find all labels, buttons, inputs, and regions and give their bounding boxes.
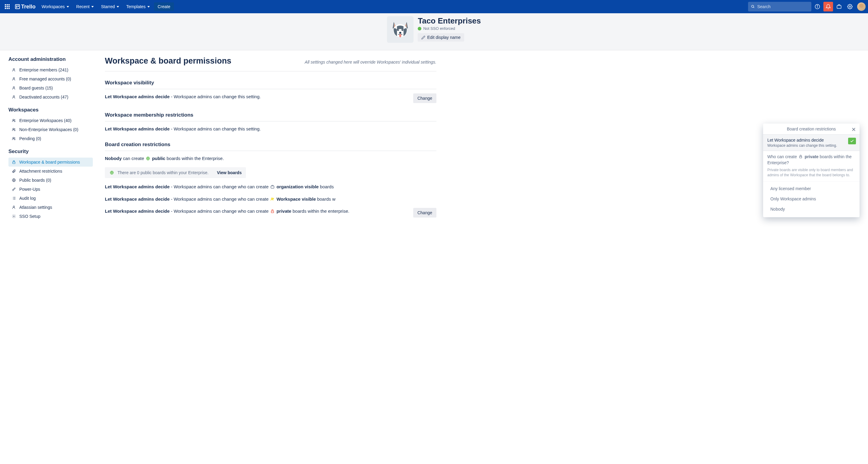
ws-visibility-heading: Workspace visibility <box>105 80 436 89</box>
sidebar-public-boards[interactable]: Public boards (0) <box>8 176 93 185</box>
svg-point-21 <box>399 32 401 33</box>
user-icon <box>11 86 16 90</box>
user-icon <box>11 95 16 99</box>
bc-org-line: Let Workspace admins decide - Workspace … <box>105 184 436 190</box>
svg-point-41 <box>13 206 15 207</box>
nav-templates[interactable]: Templates <box>123 2 153 11</box>
svg-point-47 <box>273 198 274 199</box>
sb-heading-account: Account administration <box>8 56 93 62</box>
check-icon <box>848 138 856 144</box>
svg-point-15 <box>849 6 851 7</box>
sidebar-powerups[interactable]: Power-Ups <box>8 185 93 194</box>
popover-option-selected[interactable]: Let Workspace admins decide Workspace ad… <box>763 135 860 151</box>
svg-point-13 <box>817 5 818 6</box>
change-private-button[interactable]: Change <box>413 208 436 218</box>
svg-point-46 <box>271 198 273 199</box>
rocket-icon <box>11 187 16 192</box>
globe-icon <box>418 27 421 30</box>
popover-opt-ws-admins[interactable]: Only Workspace admins <box>763 194 860 204</box>
svg-line-10 <box>753 7 754 8</box>
sidebar-non-enterprise-ws[interactable]: Non-Enterprise Workspaces (0) <box>8 125 93 134</box>
svg-point-42 <box>13 216 14 217</box>
briefcase-icon <box>270 185 275 189</box>
svg-point-30 <box>14 129 16 130</box>
sidebar-sso-setup[interactable]: SSO Setup <box>8 212 93 221</box>
users-icon <box>11 136 16 141</box>
svg-point-24 <box>13 78 15 79</box>
svg-rect-49 <box>800 156 802 158</box>
sidebar-board-guests[interactable]: Board guests (15) <box>8 84 93 93</box>
svg-point-31 <box>13 137 14 138</box>
svg-point-26 <box>13 95 15 97</box>
pencil-icon <box>421 36 425 39</box>
svg-point-23 <box>13 68 15 70</box>
edit-name-button[interactable]: Edit display name <box>418 33 464 41</box>
create-button[interactable]: Create <box>154 2 174 11</box>
user-icon <box>11 67 16 72</box>
ws-membership-heading: Workspace membership restrictions <box>105 112 436 121</box>
sso-status: Not SSO enforced <box>418 26 481 31</box>
briefcase-icon[interactable] <box>834 2 844 11</box>
svg-point-20 <box>402 30 403 30</box>
lock-icon <box>11 160 16 164</box>
users-icon <box>11 118 16 123</box>
notification-icon[interactable] <box>824 2 833 11</box>
nav-recent[interactable]: Recent <box>73 2 97 11</box>
chevron-down-icon <box>67 6 69 7</box>
sb-heading-workspaces: Workspaces <box>8 107 93 113</box>
sidebar-enterprise-ws[interactable]: Enterprise Workspaces (40) <box>8 116 93 125</box>
trello-logo[interactable]: Trello <box>13 4 37 10</box>
svg-point-19 <box>398 30 399 30</box>
apps-menu-icon[interactable] <box>2 2 12 11</box>
users-icon <box>270 197 275 201</box>
popover-header: Board creation restrictions ✕ <box>763 124 860 135</box>
svg-point-22 <box>399 34 401 37</box>
globe-icon <box>146 156 150 161</box>
svg-point-27 <box>13 119 14 121</box>
settings-icon[interactable] <box>845 2 855 11</box>
change-ws-visibility-button[interactable]: Change <box>413 93 436 103</box>
svg-rect-6 <box>5 8 6 9</box>
sidebar-ws-board-perms[interactable]: Workspace & board permissions <box>8 158 93 166</box>
nav-starred[interactable]: Starred <box>98 2 122 11</box>
info-icon[interactable] <box>812 2 822 11</box>
user-avatar[interactable] <box>857 2 866 11</box>
page-title: Workspace & board permissions <box>105 56 231 66</box>
brand-text: Trello <box>21 4 36 10</box>
svg-rect-48 <box>271 211 274 213</box>
svg-rect-3 <box>5 6 6 7</box>
gear-icon <box>11 214 16 219</box>
svg-rect-0 <box>5 4 6 5</box>
ws-visibility-text: Let Workspace admins decide - Workspace … <box>105 93 261 100</box>
sidebar-audit-log[interactable]: Audit log <box>8 194 93 203</box>
bc-wsv-line: Let Workspace admins decide - Workspace … <box>105 196 436 203</box>
chevron-down-icon <box>117 6 119 7</box>
close-icon[interactable]: ✕ <box>850 127 857 132</box>
svg-rect-1 <box>7 4 8 5</box>
sidebar-pending[interactable]: Pending (0) <box>8 134 93 143</box>
popover-opt-nobody[interactable]: Nobody <box>763 204 860 214</box>
bc-priv-line: Let Workspace admins decide - Workspace … <box>105 208 349 215</box>
search-input[interactable] <box>757 4 808 9</box>
sidebar-atlassian[interactable]: Atlassian settings <box>8 203 93 212</box>
sidebar-enterprise-members[interactable]: Enterprise members (241) <box>8 65 93 74</box>
page-note: All settings changed here will override … <box>305 60 436 64</box>
svg-rect-4 <box>7 6 8 7</box>
nav-workspaces[interactable]: Workspaces <box>38 2 72 11</box>
svg-rect-2 <box>8 4 10 5</box>
popover-opt-any-licensed[interactable]: Any licensed member <box>763 184 860 194</box>
svg-rect-5 <box>8 6 10 7</box>
sidebar-attachment[interactable]: Attachment restrictions <box>8 166 93 176</box>
view-boards-link[interactable]: View boards <box>217 170 242 175</box>
bc-public-line: Nobody can create public boards within t… <box>105 155 436 162</box>
popover-help-text: Private boards are visible only to board… <box>763 167 860 182</box>
search-box[interactable] <box>748 2 811 11</box>
users-icon <box>11 127 16 132</box>
sidebar-deactivated[interactable]: Deactivated accounts (47) <box>8 93 93 101</box>
list-icon <box>11 196 16 201</box>
top-nav: Trello Workspaces Recent Starred Templat… <box>0 0 868 13</box>
content: Workspace & board permissions All settin… <box>105 56 436 226</box>
svg-point-25 <box>13 87 15 88</box>
user-icon <box>11 76 16 81</box>
sidebar-free-managed[interactable]: Free managed accounts (0) <box>8 74 93 84</box>
